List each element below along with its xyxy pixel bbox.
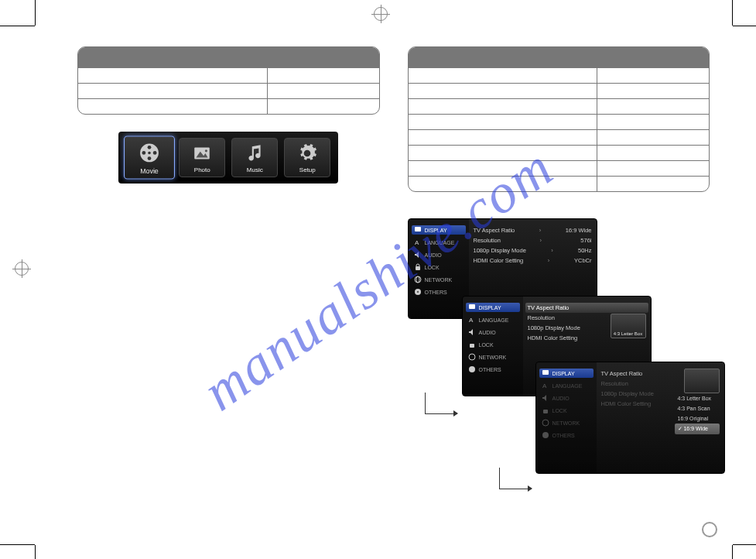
svg-rect-9 [415,227,421,231]
sidebar-item-language[interactable]: ALANGUAGE [466,315,520,324]
sidebar-item-network[interactable]: NETWORK [539,418,594,427]
sidebar-label: NETWORK [552,420,580,426]
home-menu-photo[interactable]: Photo [179,138,225,177]
crop-mark [35,545,36,559]
sidebar-item-network[interactable]: NETWORK [412,275,466,284]
network-icon [468,353,476,361]
sidebar-item-lock[interactable]: LOCK [412,262,466,272]
speaker-icon [468,328,476,336]
svg-point-13 [415,276,421,283]
crop-mark [732,0,733,26]
network-icon [414,276,422,283]
sidebar-label: DISPLAY [479,305,501,310]
osd-sidebar: DISPLAY ALANGUAGE AUDIO LOCK NETWORK OTH… [409,219,469,318]
sidebar-item-language[interactable]: ALANGUAGE [412,238,466,247]
svg-rect-26 [543,410,548,413]
photo-icon [192,143,212,163]
aspect-ratio-preview [684,369,720,393]
sidebar-item-language[interactable]: ALANGUAGE [539,381,594,390]
sidebar-label: LOCK [425,265,440,270]
sidebar-item-audio[interactable]: AUDIO [412,250,466,259]
setting-label: HDMI Color Setting [528,334,578,341]
setting-row[interactable]: TV Aspect Ratio [525,303,648,313]
page-circle [702,522,717,537]
disc-icon [414,288,422,296]
option-4-3-panscan[interactable]: 4:3 Pan Scan [675,403,720,413]
home-menu-music[interactable]: Music [231,138,278,177]
speaker-icon [542,394,549,402]
sidebar-label: DISPLAY [552,371,575,376]
svg-point-8 [205,149,207,152]
osd-screen-3: DISPLAY ALANGUAGE AUDIO LOCK NETWORK OTH… [535,362,725,474]
sidebar-item-others[interactable]: OTHERS [412,287,466,297]
sidebar-item-lock[interactable]: LOCK [539,406,594,415]
osd-sidebar: DISPLAY ALANGUAGE AUDIO LOCK NETWORK OTH… [463,297,523,396]
setting-row[interactable]: 1080p Display Mode›50Hz [474,245,592,255]
right-table [408,46,710,192]
speaker-icon [414,251,422,259]
crop-mark [0,26,35,26]
sidebar-label: NETWORK [479,355,507,360]
svg-point-16 [417,291,419,293]
sidebar-item-audio[interactable]: AUDIO [539,393,594,403]
setting-label: Resolution [601,380,628,387]
home-menu-strip: Movie Photo Music Setup [118,132,338,183]
svg-point-27 [542,420,549,426]
home-menu-movie[interactable]: Movie [124,135,175,179]
crop-mark [732,545,733,559]
preview-label: 4:3 Letter Box [614,331,642,336]
setting-label: TV Aspect Ratio [528,304,570,311]
sidebar-item-display[interactable]: DISPLAY [412,225,466,235]
osd-main: TV Aspect Ratio Resolution 1080p Display… [597,362,724,473]
home-item-label: Setup [299,166,316,173]
setting-label: 1080p Display Mode [528,324,580,331]
svg-text:A: A [542,382,547,389]
sidebar-item-others[interactable]: OTHERS [539,430,594,440]
setting-value: 576i [580,237,591,244]
option-16-9-wide[interactable]: 16:9 Wide [675,424,720,434]
setting-row[interactable]: HDMI Color Setting›YCbCr [474,255,592,266]
crop-mark [0,544,35,545]
option-4-3-letterbox[interactable]: 4:3 Letter Box [675,393,720,403]
setting-label: Resolution [474,237,501,244]
sidebar-label: AUDIO [552,396,570,401]
disc-icon [542,431,549,439]
crop-mark [733,544,756,545]
flow-arrow [425,393,457,414]
setting-value: 16:9 Wide [566,227,592,234]
monitor-icon [542,369,549,377]
home-item-label: Music [247,166,263,173]
setting-row[interactable]: Resolution›576i [474,235,592,245]
option-16-9-original[interactable]: 16:9 Original [675,413,720,424]
sidebar-label: LOCK [479,342,494,348]
osd-sidebar: DISPLAY ALANGUAGE AUDIO LOCK NETWORK OTH… [536,362,597,473]
disc-icon [468,365,476,373]
aspect-ratio-options: 4:3 Letter Box 4:3 Pan Scan 16:9 Origina… [675,393,720,434]
sidebar-item-audio[interactable]: AUDIO [466,328,520,337]
sidebar-item-display[interactable]: DISPLAY [539,369,594,378]
letter-a-icon: A [414,238,422,246]
crop-mark [35,0,36,26]
svg-rect-17 [469,304,475,309]
sidebar-item-network[interactable]: NETWORK [466,352,520,362]
chevron-right-icon: › [536,227,545,234]
table-row [409,129,710,145]
sidebar-item-lock[interactable]: LOCK [466,340,520,349]
table-row [78,83,379,98]
film-reel-icon [139,142,161,164]
home-menu-setup[interactable]: Setup [284,138,330,177]
gear-icon [297,143,317,163]
sidebar-item-others[interactable]: OTHERS [466,365,520,374]
sidebar-item-display[interactable]: DISPLAY [466,303,520,312]
table-header [78,47,379,67]
setting-label: TV Aspect Ratio [601,370,643,377]
svg-point-14 [416,276,419,283]
svg-point-22 [469,366,475,372]
monitor-icon [414,226,422,234]
table-header [409,47,710,67]
setting-value: 50Hz [578,247,592,254]
sidebar-label: AUDIO [425,252,442,258]
sidebar-label: OTHERS [552,433,575,438]
setting-row[interactable]: TV Aspect Ratio›16:9 Wide [474,225,592,235]
sidebar-label: AUDIO [479,330,496,335]
